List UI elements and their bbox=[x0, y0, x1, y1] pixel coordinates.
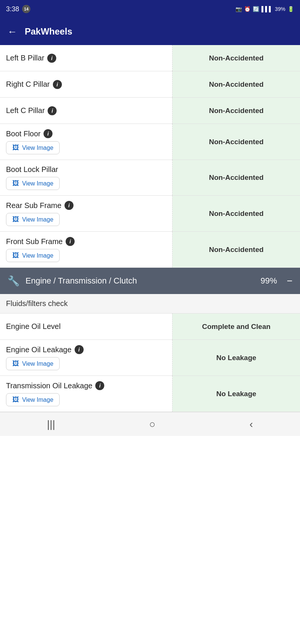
row-label-text: Right C Pillar bbox=[6, 80, 50, 89]
main-content: Left B PillariNon-AccidentedRight C Pill… bbox=[0, 45, 300, 412]
view-image-label: View Image bbox=[22, 180, 53, 187]
row-label-text: Left B Pillar bbox=[6, 54, 44, 62]
image-icon: 🖼 bbox=[12, 216, 19, 223]
row-right-cell: Non-Accidented bbox=[172, 160, 300, 195]
status-left: 3:38 14 bbox=[6, 5, 30, 13]
view-image-button[interactable]: 🖼View Image bbox=[6, 393, 60, 406]
status-value: Complete and Clean bbox=[202, 323, 271, 331]
engine-icon: 🔧 bbox=[8, 275, 20, 287]
row-label-row: Front Sub Framei bbox=[6, 237, 166, 246]
row-label-row: Boot Floori bbox=[6, 129, 166, 138]
fluids-sub-section-header: Fluids/filters check bbox=[0, 294, 300, 314]
table-row: Boot Floori🖼View ImageNon-Accidented bbox=[0, 124, 300, 160]
row-label-text: Boot Floor bbox=[6, 130, 40, 138]
app-bar: ← PakWheels bbox=[0, 18, 300, 45]
info-icon[interactable]: i bbox=[48, 106, 57, 115]
row-label-text: Boot Lock Pillar bbox=[6, 165, 58, 174]
status-value: Non-Accidented bbox=[209, 173, 264, 182]
table-row: Rear Sub Framei🖼View ImageNon-Accidented bbox=[0, 196, 300, 232]
status-value: Non-Accidented bbox=[209, 107, 264, 115]
table-row: Transmission Oil Leakagei🖼View ImageNo L… bbox=[0, 376, 300, 412]
table-row: Right C PillariNon-Accidented bbox=[0, 71, 300, 98]
row-left-cell: Engine Oil Leakagei🖼View Image bbox=[0, 340, 172, 376]
sync-icon: 🔄 bbox=[253, 6, 259, 12]
back-button[interactable]: ← bbox=[8, 26, 17, 38]
row-left-cell: Right C Pillari bbox=[0, 71, 172, 97]
row-left-cell: Boot Lock Pillar🖼View Image bbox=[0, 160, 172, 195]
status-value: No Leakage bbox=[216, 354, 256, 362]
row-label-row: Left B Pillari bbox=[6, 54, 166, 63]
view-image-label: View Image bbox=[22, 360, 53, 367]
battery-text: 39% bbox=[275, 6, 285, 12]
table-row: Boot Lock Pillar🖼View ImageNon-Accidente… bbox=[0, 160, 300, 196]
view-image-button[interactable]: 🖼View Image bbox=[6, 249, 60, 262]
image-icon: 🖼 bbox=[12, 252, 19, 259]
row-left-cell: Rear Sub Framei🖼View Image bbox=[0, 196, 172, 231]
image-icon: 🖼 bbox=[12, 179, 19, 187]
row-left-cell: Left B Pillari bbox=[0, 45, 172, 71]
row-label-row: Boot Lock Pillar bbox=[6, 165, 166, 174]
row-label-text: Engine Oil Leakage bbox=[6, 345, 72, 354]
battery-icon: 🔋 bbox=[288, 6, 294, 12]
status-time: 3:38 bbox=[6, 5, 19, 13]
info-icon[interactable]: i bbox=[44, 129, 52, 138]
image-icon: 🖼 bbox=[12, 144, 19, 152]
row-right-cell: Non-Accidented bbox=[172, 124, 300, 160]
row-label-text: Rear Sub Frame bbox=[6, 201, 62, 210]
row-right-cell: Non-Accidented bbox=[172, 45, 300, 71]
row-right-cell: Non-Accidented bbox=[172, 98, 300, 124]
view-image-label: View Image bbox=[22, 397, 53, 403]
view-image-label: View Image bbox=[22, 145, 53, 151]
view-image-button[interactable]: 🖼View Image bbox=[6, 141, 60, 154]
row-right-cell: Complete and Clean bbox=[172, 314, 300, 339]
alarm-icon: ⏰ bbox=[244, 6, 250, 12]
row-label-row: Engine Oil Level bbox=[6, 322, 166, 331]
menu-nav-icon[interactable]: ||| bbox=[47, 418, 55, 430]
table-row: Left C PillariNon-Accidented bbox=[0, 98, 300, 124]
table-row: Left B PillariNon-Accidented bbox=[0, 45, 300, 71]
view-image-button[interactable]: 🖼View Image bbox=[6, 213, 60, 226]
row-label-text: Front Sub Frame bbox=[6, 237, 63, 246]
row-label-text: Engine Oil Level bbox=[6, 322, 61, 331]
row-right-cell: No Leakage bbox=[172, 340, 300, 376]
status-bar: 3:38 14 📷 ⏰ 🔄 ▌▌▌ 39% 🔋 bbox=[0, 0, 300, 18]
view-image-label: View Image bbox=[22, 216, 53, 223]
row-left-cell: Engine Oil Level bbox=[0, 314, 172, 339]
row-left-cell: Transmission Oil Leakagei🖼View Image bbox=[0, 376, 172, 412]
row-label-row: Left C Pillari bbox=[6, 106, 166, 115]
row-label-text: Transmission Oil Leakage bbox=[6, 382, 92, 390]
image-icon: 🖼 bbox=[12, 396, 19, 404]
view-image-button[interactable]: 🖼View Image bbox=[6, 177, 60, 190]
row-left-cell: Left C Pillari bbox=[0, 98, 172, 124]
info-icon[interactable]: i bbox=[64, 201, 74, 210]
row-left-cell: Boot Floori🖼View Image bbox=[0, 124, 172, 160]
back-nav-icon[interactable]: ‹ bbox=[249, 418, 253, 430]
status-value: Non-Accidented bbox=[209, 80, 264, 89]
engine-section-toggle[interactable]: − bbox=[287, 275, 292, 287]
info-icon[interactable]: i bbox=[53, 80, 62, 89]
engine-section-header[interactable]: 🔧 Engine / Transmission / Clutch 99% − bbox=[0, 268, 300, 294]
status-value: Non-Accidented bbox=[209, 138, 264, 146]
image-icon: 🖼 bbox=[12, 360, 19, 368]
engine-section-percent: 99% bbox=[261, 276, 277, 286]
notification-badge: 14 bbox=[22, 5, 30, 13]
sim-icon: 📷 bbox=[236, 6, 242, 12]
row-right-cell: Non-Accidented bbox=[172, 232, 300, 267]
info-icon[interactable]: i bbox=[47, 54, 56, 63]
row-right-cell: Non-Accidented bbox=[172, 71, 300, 97]
row-label-row: Engine Oil Leakagei bbox=[6, 345, 166, 354]
table-row: Engine Oil Leakagei🖼View ImageNo Leakage bbox=[0, 340, 300, 376]
home-nav-icon[interactable]: ○ bbox=[149, 418, 156, 430]
info-icon[interactable]: i bbox=[66, 237, 75, 246]
view-image-button[interactable]: 🖼View Image bbox=[6, 357, 60, 370]
row-label-row: Right C Pillari bbox=[6, 80, 166, 89]
engine-section-title: Engine / Transmission / Clutch bbox=[26, 276, 255, 286]
status-right: 📷 ⏰ 🔄 ▌▌▌ 39% 🔋 bbox=[236, 6, 294, 12]
status-value: Non-Accidented bbox=[209, 246, 264, 254]
info-icon[interactable]: i bbox=[95, 381, 104, 390]
bottom-navigation: ||| ○ ‹ bbox=[0, 412, 300, 436]
info-icon[interactable]: i bbox=[75, 345, 84, 354]
row-right-cell: Non-Accidented bbox=[172, 196, 300, 231]
row-left-cell: Front Sub Framei🖼View Image bbox=[0, 232, 172, 267]
view-image-label: View Image bbox=[22, 252, 53, 259]
